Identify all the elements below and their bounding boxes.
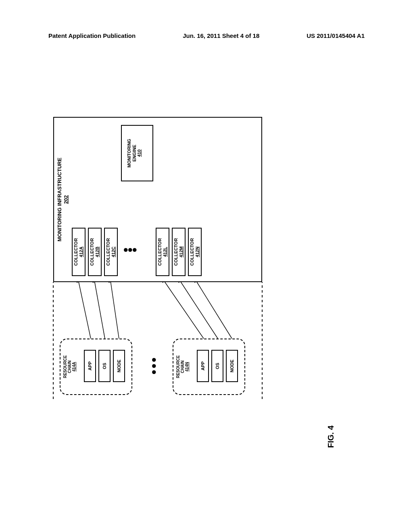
- chain-n-app: APP: [197, 350, 209, 382]
- svg-line-3: [94, 278, 105, 339]
- chain-a-app: APP: [84, 350, 96, 382]
- chain-n-node: NODE: [226, 350, 238, 382]
- collector-l: COLLECTOR 412L: [156, 228, 169, 276]
- collector-n: COLLECTOR 412N: [188, 228, 202, 276]
- svg-line-4: [110, 278, 119, 339]
- header-left: Patent Application Publication: [48, 32, 136, 39]
- collector-m: COLLECTOR 412M: [172, 228, 186, 276]
- diagram-area: MONITORING INFRASTRUCTURE 202 COLLECTOR …: [48, 113, 274, 403]
- collector-b: COLLECTOR 412B: [88, 228, 102, 276]
- svg-line-6: [178, 278, 218, 339]
- header-center: Jun. 16, 2011 Sheet 4 of 18: [183, 32, 259, 39]
- svg-line-2: [78, 278, 91, 339]
- resource-chain-a: RESOURCE CHAIN 414A APP OS NODE: [60, 339, 132, 395]
- infra-ref: 202: [63, 118, 69, 281]
- header-right: US 2011/0145404 A1: [307, 32, 365, 39]
- chain-n-os: OS: [211, 350, 223, 382]
- figure-label: FIG. 4: [327, 426, 336, 448]
- chain-a-os: OS: [98, 350, 111, 382]
- collector-a: COLLECTOR 412A: [72, 228, 86, 276]
- collector-ellipsis-icon: ●●●: [123, 246, 136, 254]
- resource-chain-n: RESOURCE CHAIN 414N APP OS NODE: [173, 339, 245, 395]
- chain-ellipsis-icon: ●●●: [148, 356, 159, 375]
- patent-header: Patent Application Publication Jun. 16, …: [0, 32, 413, 39]
- infra-title: MONITORING INFRASTRUCTURE: [56, 118, 63, 281]
- chain-a-node: NODE: [113, 350, 125, 382]
- svg-line-7: [194, 278, 232, 339]
- diagram: MONITORING INFRASTRUCTURE 202 COLLECTOR …: [48, 113, 274, 403]
- collector-c: COLLECTOR 412C: [104, 228, 118, 276]
- svg-line-5: [162, 278, 204, 339]
- monitoring-engine-box: MONITORING ENGINE 410: [121, 125, 153, 181]
